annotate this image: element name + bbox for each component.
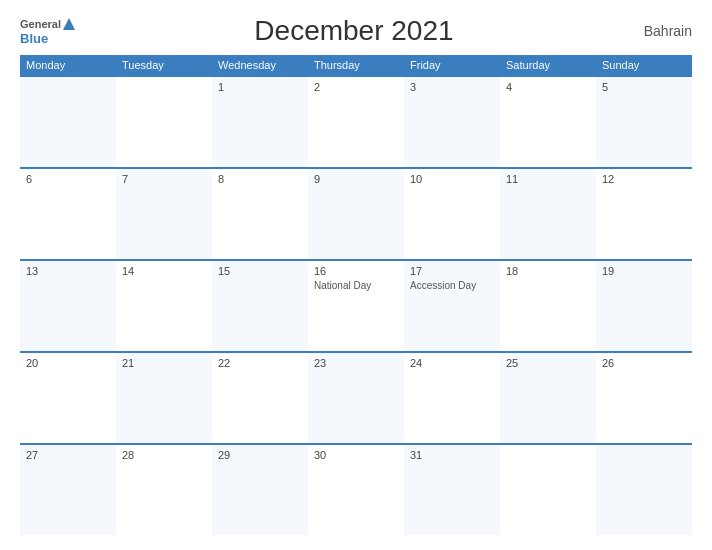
calendar-cell: 7 bbox=[116, 169, 212, 259]
header: General Blue December 2021 Bahrain bbox=[20, 15, 692, 47]
calendar-cell: 23 bbox=[308, 353, 404, 443]
calendar-cell: 19 bbox=[596, 261, 692, 351]
calendar-cell: 17Accession Day bbox=[404, 261, 500, 351]
day-number: 7 bbox=[122, 173, 206, 185]
day-number: 16 bbox=[314, 265, 398, 277]
calendar-cell: 24 bbox=[404, 353, 500, 443]
day-number: 4 bbox=[506, 81, 590, 93]
calendar-cell bbox=[116, 77, 212, 167]
calendar-cell: 28 bbox=[116, 445, 212, 535]
day-number: 30 bbox=[314, 449, 398, 461]
day-number: 25 bbox=[506, 357, 590, 369]
calendar-cell: 12 bbox=[596, 169, 692, 259]
calendar-cell: 20 bbox=[20, 353, 116, 443]
calendar-cell: 13 bbox=[20, 261, 116, 351]
calendar-event: National Day bbox=[314, 279, 398, 292]
calendar-cell: 26 bbox=[596, 353, 692, 443]
logo-general-text: General bbox=[20, 18, 61, 30]
logo: General Blue bbox=[20, 17, 76, 46]
day-of-week-header: Friday bbox=[404, 55, 500, 75]
day-number: 13 bbox=[26, 265, 110, 277]
day-number: 14 bbox=[122, 265, 206, 277]
day-number: 12 bbox=[602, 173, 686, 185]
day-number: 9 bbox=[314, 173, 398, 185]
calendar-cell: 31 bbox=[404, 445, 500, 535]
day-number: 22 bbox=[218, 357, 302, 369]
day-number: 6 bbox=[26, 173, 110, 185]
calendar-cell: 3 bbox=[404, 77, 500, 167]
calendar-cell: 8 bbox=[212, 169, 308, 259]
calendar-cell: 9 bbox=[308, 169, 404, 259]
day-number: 2 bbox=[314, 81, 398, 93]
calendar-week: 12345 bbox=[20, 75, 692, 167]
day-number: 23 bbox=[314, 357, 398, 369]
calendar-page: General Blue December 2021 Bahrain Monda… bbox=[0, 0, 712, 550]
day-number: 1 bbox=[218, 81, 302, 93]
calendar-cell bbox=[596, 445, 692, 535]
day-number: 31 bbox=[410, 449, 494, 461]
day-number: 24 bbox=[410, 357, 494, 369]
day-number: 5 bbox=[602, 81, 686, 93]
calendar-cell: 29 bbox=[212, 445, 308, 535]
calendar-cell: 21 bbox=[116, 353, 212, 443]
day-number: 26 bbox=[602, 357, 686, 369]
calendar-cell: 15 bbox=[212, 261, 308, 351]
calendar-cell bbox=[500, 445, 596, 535]
calendar-body: 12345678910111213141516National Day17Acc… bbox=[20, 75, 692, 535]
page-title: December 2021 bbox=[76, 15, 632, 47]
calendar-week: 6789101112 bbox=[20, 167, 692, 259]
calendar-week: 13141516National Day17Accession Day1819 bbox=[20, 259, 692, 351]
day-number: 3 bbox=[410, 81, 494, 93]
calendar-cell: 5 bbox=[596, 77, 692, 167]
day-number: 28 bbox=[122, 449, 206, 461]
svg-marker-0 bbox=[63, 18, 75, 30]
day-number: 27 bbox=[26, 449, 110, 461]
calendar-cell: 4 bbox=[500, 77, 596, 167]
day-of-week-header: Saturday bbox=[500, 55, 596, 75]
calendar: MondayTuesdayWednesdayThursdayFridaySatu… bbox=[20, 55, 692, 535]
calendar-cell: 14 bbox=[116, 261, 212, 351]
day-number: 17 bbox=[410, 265, 494, 277]
calendar-week: 2728293031 bbox=[20, 443, 692, 535]
calendar-cell: 27 bbox=[20, 445, 116, 535]
calendar-cell: 25 bbox=[500, 353, 596, 443]
day-number: 15 bbox=[218, 265, 302, 277]
logo-blue-text: Blue bbox=[20, 31, 48, 46]
day-number: 11 bbox=[506, 173, 590, 185]
day-of-week-header: Monday bbox=[20, 55, 116, 75]
day-number: 29 bbox=[218, 449, 302, 461]
day-of-week-header: Wednesday bbox=[212, 55, 308, 75]
calendar-cell bbox=[20, 77, 116, 167]
day-number: 18 bbox=[506, 265, 590, 277]
calendar-cell: 16National Day bbox=[308, 261, 404, 351]
calendar-week: 20212223242526 bbox=[20, 351, 692, 443]
day-of-week-header: Sunday bbox=[596, 55, 692, 75]
calendar-event: Accession Day bbox=[410, 279, 494, 292]
calendar-cell: 30 bbox=[308, 445, 404, 535]
day-number: 19 bbox=[602, 265, 686, 277]
day-number: 21 bbox=[122, 357, 206, 369]
day-of-week-header: Tuesday bbox=[116, 55, 212, 75]
calendar-cell: 11 bbox=[500, 169, 596, 259]
country-label: Bahrain bbox=[632, 23, 692, 39]
day-number: 10 bbox=[410, 173, 494, 185]
calendar-cell: 10 bbox=[404, 169, 500, 259]
calendar-cell: 18 bbox=[500, 261, 596, 351]
calendar-cell: 2 bbox=[308, 77, 404, 167]
day-of-week-header: Thursday bbox=[308, 55, 404, 75]
calendar-cell: 6 bbox=[20, 169, 116, 259]
day-number: 20 bbox=[26, 357, 110, 369]
calendar-header: MondayTuesdayWednesdayThursdayFridaySatu… bbox=[20, 55, 692, 75]
day-number: 8 bbox=[218, 173, 302, 185]
calendar-cell: 1 bbox=[212, 77, 308, 167]
logo-icon bbox=[62, 17, 76, 31]
calendar-cell: 22 bbox=[212, 353, 308, 443]
